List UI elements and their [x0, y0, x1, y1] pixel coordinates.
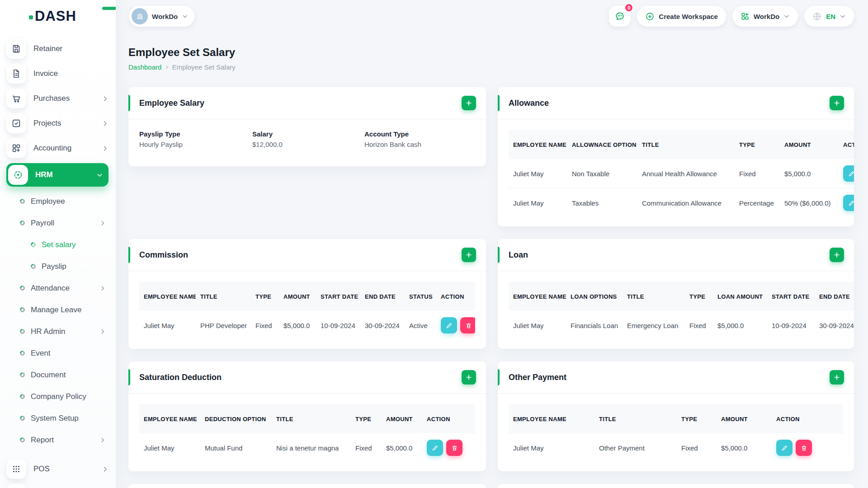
- edit-button[interactable]: [843, 165, 854, 182]
- sidebar-item-document[interactable]: Document: [20, 368, 106, 382]
- trash-icon: [451, 445, 458, 451]
- bullet-icon: [19, 306, 26, 314]
- crm-window-icon: [6, 484, 26, 488]
- card-title: Other Payment: [509, 373, 566, 382]
- bullet-icon: [19, 393, 26, 400]
- commission-table: EMPLOYEE NAME TITLE TYPE AMOUNT START DA…: [139, 282, 475, 340]
- sidebar-item-crm[interactable]: CRM: [6, 484, 108, 488]
- chevron-right-icon: [99, 220, 106, 226]
- add-loan-button[interactable]: [830, 248, 844, 262]
- plus-icon: [465, 374, 472, 381]
- hrm-submenu: Employee Payroll Set salary Payslip Atte…: [0, 192, 116, 455]
- chevron-right-icon: [99, 328, 106, 335]
- workspace-menu-button[interactable]: WorkDo: [732, 6, 798, 27]
- commission-card: Commission EMPLOYEE NAME TITLE TYPE AMOU…: [128, 239, 486, 349]
- create-workspace-button[interactable]: Create Workspace: [637, 6, 726, 27]
- loan-card: Loan EMPLOYEE NAME LOAN OPTIONS TITLE TY…: [498, 239, 854, 349]
- sidebar-item-invoice[interactable]: Invoice: [6, 64, 108, 84]
- chevron-down-icon: [783, 13, 790, 19]
- sidebar-item-set-salary[interactable]: Set salary: [31, 238, 106, 252]
- sidebar-item-hrm[interactable]: HRM: [6, 163, 108, 187]
- card-title: Commission: [139, 250, 188, 260]
- add-saturation-deduction-button[interactable]: [462, 370, 476, 385]
- app-logo[interactable]: DASH: [0, 0, 116, 33]
- delete-button[interactable]: [460, 317, 475, 333]
- logo-dot: [29, 15, 33, 19]
- purchases-cart-icon: [6, 89, 26, 108]
- bullet-icon: [19, 436, 26, 444]
- sidebar-item-report[interactable]: Report: [20, 433, 106, 447]
- edit-button[interactable]: [441, 317, 457, 333]
- allowance-card: Allowance EMPLOYEE NAME ALLOWNACE OPTION…: [498, 87, 854, 226]
- edit-button[interactable]: [776, 440, 793, 456]
- sidebar-item-projects[interactable]: Projects: [6, 113, 108, 133]
- breadcrumb-dashboard-link[interactable]: Dashboard: [128, 63, 161, 71]
- chevron-down-icon: [840, 13, 846, 19]
- trash-icon: [801, 445, 807, 451]
- card-title: Allowance: [509, 99, 549, 108]
- pencil-icon: [781, 445, 788, 451]
- add-salary-button[interactable]: [462, 96, 476, 110]
- overtime-card: Overtime: [128, 484, 486, 488]
- bullet-icon: [19, 371, 26, 379]
- cell-employee-name: Juliet May: [139, 433, 200, 462]
- table-row: Juliet May PHP Developer Fixed $5,000.0 …: [139, 311, 475, 340]
- cell-employee-name: Juliet May: [509, 433, 594, 462]
- sidebar-item-retainer[interactable]: Retainer: [6, 39, 108, 59]
- card-title: Saturation Deduction: [139, 373, 222, 382]
- card-title: Employee Salary: [139, 99, 204, 108]
- cell-employee-name: Juliet May: [139, 311, 196, 340]
- salary-field: Salary $12,000.0: [252, 130, 364, 148]
- sidebar-item-event[interactable]: Event: [20, 346, 106, 360]
- loan-table: EMPLOYEE NAME LOAN OPTIONS TITLE TYPE LO…: [509, 282, 854, 340]
- chevron-right-icon: [99, 437, 106, 443]
- pencil-icon: [446, 322, 453, 329]
- add-allowance-button[interactable]: [830, 96, 844, 110]
- chevron-down-icon: [182, 13, 188, 19]
- table-row: Juliet May Taxables Communication Allowa…: [509, 188, 854, 218]
- sidebar-item-system-setup[interactable]: System Setup: [20, 411, 106, 425]
- language-selector[interactable]: EN: [804, 6, 854, 27]
- logo-bar: [102, 7, 116, 10]
- sidebar-nav: Retainer Invoice Purchases Projects: [0, 33, 116, 488]
- delete-button[interactable]: [446, 440, 462, 456]
- sidebar-item-company-policy[interactable]: Company Policy: [20, 389, 106, 404]
- workspace-chip[interactable]: WorkDo: [129, 6, 194, 27]
- employee-salary-card: Employee Salary Payslip Type Hourly Pays…: [128, 87, 486, 166]
- chevron-right-icon: [102, 95, 108, 102]
- edit-button[interactable]: [843, 195, 854, 211]
- breadcrumb-current: Employee Set Salary: [172, 63, 236, 71]
- circle-plus-icon: [645, 12, 655, 21]
- messages-button[interactable]: 0: [609, 6, 631, 27]
- sidebar-item-manage-leave[interactable]: Manage Leave: [20, 303, 106, 317]
- allowance-table: EMPLOYEE NAME ALLOWNACE OPTION TITLE TYP…: [509, 130, 854, 217]
- workspace-avatar-building-icon: [132, 8, 148, 24]
- accounting-grid-plus-icon: [6, 138, 26, 158]
- add-other-payment-button[interactable]: [830, 370, 844, 385]
- retainer-save-icon: [6, 39, 26, 59]
- sidebar-item-employee[interactable]: Employee: [20, 194, 106, 208]
- saturation-deduction-table: EMPLOYEE NAME DEDUCTION OPTION TITLE TYP…: [139, 404, 475, 462]
- table-header-row: EMPLOYEE NAME DEDUCTION OPTION TITLE TYP…: [139, 404, 475, 433]
- add-commission-button[interactable]: [462, 248, 476, 262]
- hrm-target-icon: [8, 165, 28, 185]
- table-header-row: EMPLOYEE NAME LOAN OPTIONS TITLE TYPE LO…: [509, 282, 854, 311]
- bullet-icon: [19, 415, 26, 422]
- sidebar-item-payroll[interactable]: Payroll: [20, 216, 106, 230]
- delete-button[interactable]: [796, 440, 812, 456]
- table-header-row: EMPLOYEE NAME ALLOWNACE OPTION TITLE TYP…: [509, 130, 854, 159]
- topbar-actions: 0 Create Workspace WorkDo EN: [609, 6, 854, 27]
- chevron-right-icon: [99, 285, 106, 291]
- card-title: Loan: [509, 250, 528, 260]
- chevron-down-icon: [96, 172, 103, 178]
- edit-button[interactable]: [427, 440, 443, 456]
- salary-fields: Payslip Type Hourly Payslip Salary $12,0…: [128, 119, 486, 166]
- sidebar-item-attendance[interactable]: Attendance: [20, 281, 106, 295]
- sidebar-item-accounting[interactable]: Accounting: [6, 138, 108, 158]
- cell-employee-name: Juliet May: [509, 159, 567, 188]
- pencil-icon: [848, 170, 854, 177]
- sidebar-item-pos[interactable]: POS: [6, 459, 108, 479]
- sidebar-item-purchases[interactable]: Purchases: [6, 89, 108, 108]
- sidebar-item-hr-admin[interactable]: HR Admin: [20, 324, 106, 338]
- sidebar-item-payslip[interactable]: Payslip: [31, 259, 106, 273]
